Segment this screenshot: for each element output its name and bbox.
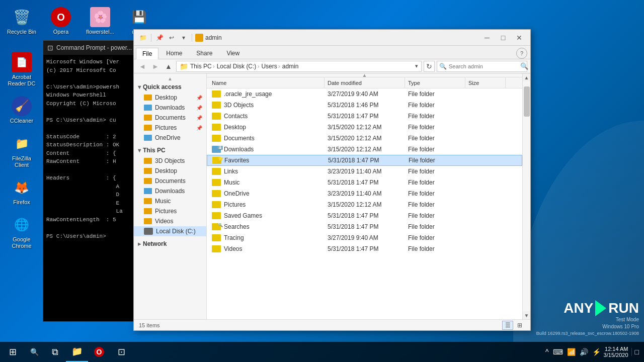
col-header-name[interactable]: Name [209,77,325,88]
sidebar-collapse-btn[interactable]: ▲ [134,75,206,81]
sidebar-onedrive[interactable]: OneDrive [134,133,206,143]
file-name: Links [224,168,238,175]
address-dropdown-button[interactable]: ▾ [415,63,418,69]
col-header-type[interactable]: Type [405,77,465,88]
tray-network-icon[interactable]: 📶 [567,348,576,356]
details-view-button[interactable]: ☰ [502,321,513,330]
address-breadcrumb[interactable]: 📁 This PC › Local Disk (C:) › Users › ad… [176,61,422,72]
tab-share[interactable]: Share [190,47,219,59]
table-row[interactable]: 🔍 Searches 5/31/2018 1:47 PM File folder [207,221,522,232]
table-row[interactable]: Tracing 3/27/2019 9:40 AM File folder [207,232,522,243]
sidebar-documents-pc[interactable]: Documents [134,176,206,186]
minimize-button[interactable]: ─ [480,33,494,43]
scroll-track[interactable] [523,81,530,311]
sidebar-pictures[interactable]: Pictures 📌 [134,123,206,133]
firefox-label: Firefox [13,199,30,206]
table-row[interactable]: ⬇️ Downloads 3/15/2020 12:12 AM File fol… [207,144,522,155]
scroll-up-button[interactable]: ▲ [523,73,530,81]
filezilla-icon[interactable]: 📁 FileZilla Client [4,132,39,170]
file-explorer-taskbar-icon: 📁 [71,346,83,357]
table-row[interactable]: OneDrive 3/23/2019 11:40 AM File folder [207,188,522,199]
task-view-icon: ⧉ [52,347,58,357]
col-header-date[interactable]: Date modified [325,77,405,88]
sidebar-3d-objects[interactable]: 3D Objects [134,156,206,166]
tray-sound-icon[interactable]: 🔊 [580,348,588,356]
firefox-icon[interactable]: 🦊 Firefox [4,175,39,208]
refresh-button[interactable]: ↻ [424,61,435,72]
qt-pin-btn[interactable]: 📌 [154,33,165,42]
scroll-thumb[interactable] [524,86,530,117]
search-box[interactable]: 🔍 🔍 [437,61,527,72]
large-icon-view-button[interactable]: ⊞ [514,321,525,330]
chrome-icon[interactable]: 🌐 Google Chrome [4,213,39,251]
cmd-taskbar[interactable]: ⊡ [110,342,132,362]
file-type-cell: File folder [405,223,465,230]
recycle-bin-icon[interactable]: 🗑️ Recycle Bin [4,5,39,37]
table-row[interactable]: 3D Objects 5/31/2018 1:46 PM File folder [207,100,522,111]
network-header[interactable]: ▶ Network [134,238,206,249]
show-desktop-btn[interactable]: □ [631,348,639,356]
table-row[interactable]: Pictures 3/15/2020 12:12 AM File folder [207,199,522,210]
start-button[interactable]: ⊞ [0,342,25,362]
sidebar-local-disk[interactable]: Local Disk (C:) [134,226,206,236]
expand-row[interactable]: ▲ [207,73,522,77]
sidebar-pictures-pc[interactable]: Pictures [134,206,206,216]
ccleaner-icon[interactable]: 🧹 CCleaner [4,94,39,126]
col-header-size[interactable]: Size [465,77,506,88]
taskbar-clock[interactable]: 12:14 AM 3/15/2020 [604,346,628,358]
file-name-cell: Pictures [209,201,325,208]
quick-access-header[interactable]: ▶ Quick access [134,81,206,93]
qt-folder-btn[interactable]: 📁 [138,33,148,42]
tab-home[interactable]: Home [159,47,189,59]
tab-view[interactable]: View [220,47,246,59]
help-button[interactable]: ? [516,48,527,59]
table-row[interactable]: Documents 3/15/2020 12:12 AM File folder [207,133,522,144]
tray-keyboard-icon[interactable]: ⌨ [553,348,563,356]
opera-taskbar[interactable]: O [88,342,110,362]
table-row[interactable]: Contacts 5/31/2018 1:47 PM File folder [207,111,522,122]
sidebar-downloads-pc[interactable]: Downloads [134,186,206,196]
sidebar-desktop[interactable]: Desktop 📌 [134,93,206,103]
table-row[interactable]: ⭐ Favorites 5/31/2018 1:47 PM File folde… [207,155,522,166]
flowerstel-icon[interactable]: 🌸 flowerstel... [83,5,118,37]
sidebar-downloads[interactable]: Downloads 📌 [134,103,206,113]
sidebar-desktop-pc[interactable]: Desktop [134,166,206,176]
sidebar-documents[interactable]: Documents 📌 [134,113,206,123]
tray-battery-icon[interactable]: ⚡ [592,348,601,356]
breadcrumb-this-pc[interactable]: This PC › [190,63,215,70]
sidebar-music[interactable]: Music [134,196,206,206]
acrobat-icon[interactable]: 📄 Acrobat Reader DC [4,50,39,89]
taskbar-search[interactable]: 🔍 [25,348,44,356]
qt-undo-btn[interactable]: ↩ [167,33,177,42]
back-button[interactable]: ◄ [137,61,148,72]
search-input[interactable] [449,63,518,69]
this-pc-header[interactable]: ▶ This PC [134,145,206,156]
this-pc-arrow: ▶ [137,149,142,152]
file-explorer-taskbar[interactable]: 📁 [66,342,88,362]
qt-down-btn[interactable]: ▾ [179,33,189,42]
address-bar: ◄ ► ▲ 📁 This PC › Local Disk (C:) › User… [134,59,530,73]
task-view-button[interactable]: ⧉ [44,342,66,362]
sidebar-videos[interactable]: Videos [134,216,206,226]
breadcrumb-admin[interactable]: admin [282,63,299,70]
close-button[interactable]: ✕ [512,33,526,43]
breadcrumb-local-disk[interactable]: Local Disk (C:) › [217,63,260,70]
table-row[interactable]: Desktop 3/15/2020 12:12 AM File folder [207,122,522,133]
file-date-cell: 3/27/2019 9:40 AM [325,234,405,241]
table-row[interactable]: Links 3/23/2019 11:40 AM File folder [207,166,522,177]
scroll-down-button[interactable]: ▼ [523,311,530,319]
breadcrumb-users[interactable]: Users › [261,63,280,70]
search-submit-icon[interactable]: 🔍 [520,62,528,70]
table-row[interactable]: Music 5/31/2018 1:47 PM File folder [207,177,522,188]
tab-file[interactable]: File [136,48,158,59]
opera-icon[interactable]: O Opera [43,5,78,37]
maximize-button[interactable]: □ [496,33,510,43]
forward-button[interactable]: ► [150,61,161,72]
right-scrollbar[interactable]: ▲ ▼ [522,73,530,319]
table-row[interactable]: .oracle_jre_usage 3/27/2019 9:40 AM File… [207,88,522,100]
acrobat-label: Acrobat Reader DC [6,74,37,87]
up-button[interactable]: ▲ [163,61,174,72]
table-row[interactable]: Videos 5/31/2018 1:47 PM File folder [207,243,522,254]
table-row[interactable]: Saved Games 5/31/2018 1:47 PM File folde… [207,210,522,221]
tray-show-hidden[interactable]: ^ [545,348,549,356]
